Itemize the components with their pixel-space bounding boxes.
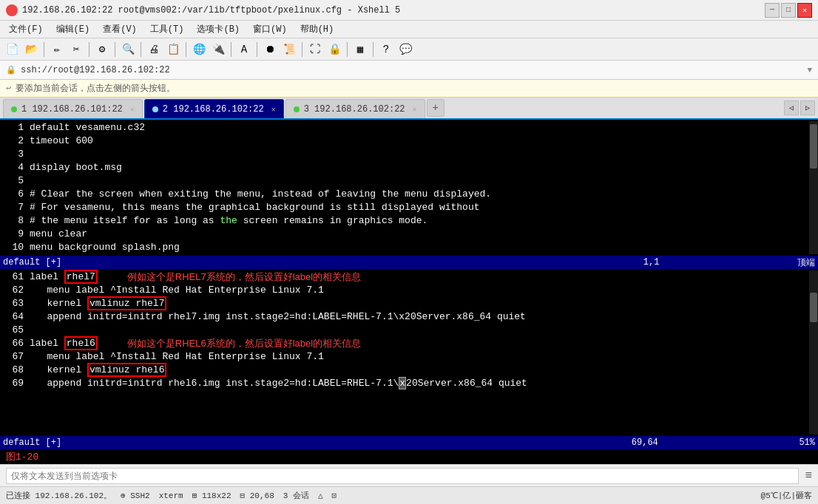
open-btn[interactable]: 📂 [22,41,40,58]
address-text: ssh://root@192.168.26.102:22 [21,65,170,75]
extra-text: @5℃|亿|砸客 [761,490,812,501]
globe-btn[interactable]: 🌐 [190,41,208,58]
info-text: 要添加当前会话，点击左侧的箭头按钮。 [16,82,175,95]
cut-btn[interactable]: ✂ [67,41,85,58]
figure-label: 图1-20 [6,450,38,463]
terminal-lower-content: 61 label rhel7 例如这个是RHEL7系统的，然后设置好label的… [0,270,809,435]
menu-window[interactable]: 窗口(W) [247,21,293,37]
add-tab-button[interactable]: + [427,99,445,117]
line-num-65: 65 [3,324,24,337]
print2-btn[interactable]: 📋 [164,41,182,58]
vim-status-2-mid: 69,64 [632,437,658,448]
ssh-protocol-text: ⊕ SSH2 [121,491,150,500]
tab-1-dot [11,106,17,112]
vim-status-1: default [+] 1,1 顶端 [0,256,818,269]
extra-status: @5℃|亿|砸客 [761,490,812,501]
line-68: 68 kernel vmlinuz rhel6 [3,364,806,377]
session-count-text: 3 会话 [283,490,309,501]
menu-view[interactable]: 查看(V) [97,21,143,37]
chat-btn[interactable]: 💬 [396,41,414,58]
ssh-protocol: ⊕ SSH2 [121,491,150,500]
line-content-66: label rhel6 [30,337,98,350]
settings-btn[interactable]: ⚙ [93,41,111,58]
lock-btn[interactable]: 🔒 [325,41,343,58]
caps-text: △ [318,491,323,500]
scrollbar-lower[interactable] [809,270,818,435]
highlight-rhel6: rhel6 [64,336,98,350]
vim-status-1-left: default [+] [3,257,61,268]
fullscreen-btn[interactable]: ⛶ [306,41,324,58]
scrollbar-upper[interactable] [809,121,818,254]
toolbar-sep-7 [257,42,257,57]
toolbar-sep-8 [302,42,302,57]
send-text-input[interactable] [6,468,799,484]
line-num-67: 67 [3,350,24,364]
toolbar: 📄 📂 ✏️ ✂ ⚙ 🔍 🖨 📋 🌐 🔌 A ⏺ 📜 ⛶ 🔒 ▦ ? 💬 [0,38,818,61]
scrollbar-thumb-upper[interactable] [810,124,817,168]
menu-tabs[interactable]: 选项卡(B) [191,21,246,37]
search-btn[interactable]: 🔍 [119,41,137,58]
terminal-upper: 1default vesamenu.c32 2timeout 600 3 4di… [0,120,818,256]
toolbar-sep-2 [89,42,89,57]
menu-bar: 文件(F) 编辑(E) 查看(V) 工具(T) 选项卡(B) 窗口(W) 帮助(… [0,21,818,38]
layout-btn[interactable]: ▦ [351,41,369,58]
tab-3-close[interactable]: ✕ [413,105,417,114]
record-btn[interactable]: ⏺ [261,41,279,58]
line-69: 69 append initrd=initrd rhel6.img inst.s… [3,377,806,390]
vim-status-2-right: 51% [799,437,815,448]
annotation-61: 例如这个是RHEL7系统的，然后设置好label的相关信息 [127,270,361,284]
edit-btn[interactable]: ✏️ [48,41,66,58]
tab-bar: 1 192.168.26.101:22 ✕ 2 192.168.26.102:2… [0,98,818,120]
maximize-button[interactable]: □ [781,3,796,18]
app-icon [6,4,18,16]
menu-help[interactable]: 帮助(H) [294,21,340,37]
line-66: 66 label rhel6 例如这个是RHEL6系统的，然后设置好label的… [3,337,806,350]
line-67: 67 menu label ^Install Red Hat Enterpris… [3,350,806,364]
tab-prev-btn[interactable]: ◁ [784,101,799,115]
tab-2[interactable]: 2 192.168.26.102:22 ✕ [144,99,284,118]
tab-2-close[interactable]: ✕ [271,105,276,114]
plugin-btn[interactable]: 🔌 [209,41,227,58]
address-dropdown-icon[interactable]: ▼ [807,66,812,75]
line-4: 4display boot.msg [3,161,806,174]
toolbar-sep-6 [231,42,231,57]
line-3: 3 [3,148,806,161]
line-content-63: kernel vmlinuz rhel7 [30,297,166,310]
send-menu-icon[interactable]: ≡ [805,469,812,483]
tab-3-label: 3 192.168.26.102:22 [304,104,405,115]
line-num-62: 62 [3,284,24,297]
line-content-68: kernel vmlinuz rhel6 [30,364,166,377]
scrollbar-thumb-lower[interactable] [810,293,817,322]
tab-next-btn[interactable]: ▷ [800,101,815,115]
help-btn[interactable]: ? [377,41,395,58]
menu-file[interactable]: 文件(F) [3,21,49,37]
tab-3[interactable]: 3 192.168.26.102:22 ✕ [285,99,425,118]
toolbar-sep-9 [347,42,348,57]
font-btn[interactable]: A [235,41,253,58]
encoding-status: xterm [159,491,183,500]
line-content-67: menu label ^Install Red Hat Enterprise L… [30,350,324,364]
window-controls: ─ □ ✕ [765,3,812,18]
tab-3-dot [294,106,300,112]
toolbar-sep-4 [141,42,141,57]
line-64: 64 append initrd=initrd rhel7.img inst.s… [3,310,806,324]
new-session-btn[interactable]: 📄 [3,41,21,58]
connection-status: 已连接 192.168.26.102。 [6,490,112,501]
menu-edit[interactable]: 编辑(E) [50,21,96,37]
line-content-61: label rhel7 [30,270,98,284]
line-1: 1default vesamenu.c32 [3,121,806,134]
close-button[interactable]: ✕ [797,3,812,18]
line-content-69: append initrd=initrd rhel6.img inst.stag… [30,377,527,390]
tab-1-close[interactable]: ✕ [130,105,135,114]
line-num-61: 61 [3,270,24,284]
minimize-button[interactable]: ─ [765,3,780,18]
tab-1[interactable]: 1 192.168.26.101:22 ✕ [3,99,143,118]
menu-tools[interactable]: 工具(T) [144,21,190,37]
bottom-input-bar: ≡ [0,464,818,486]
line-62: 62 menu label ^Install Red Hat Enterpris… [3,284,806,297]
print-btn[interactable]: 🖨 [145,41,163,58]
title-bar: 192.168.26.102:22 root@vms002:/var/lib/t… [0,0,818,21]
line-num-66: 66 [3,337,24,350]
script-btn[interactable]: 📜 [280,41,298,58]
terminal-upper-content: 1default vesamenu.c32 2timeout 600 3 4di… [0,121,809,254]
